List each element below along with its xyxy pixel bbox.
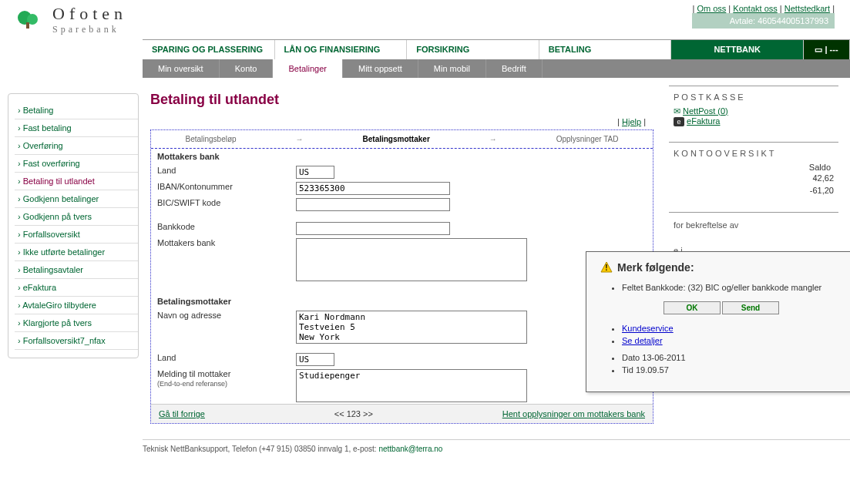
step-2: Betalingsmottaker	[363, 135, 430, 143]
efaktura-link[interactable]: eFaktura	[687, 116, 720, 126]
footer-mail-link[interactable]: nettbank@terra.no	[378, 445, 442, 453]
payment-form: Betalingsbeløp → Betalingsmottaker → Opp…	[150, 129, 653, 424]
tree-icon	[15, 8, 46, 32]
sidebar-item-4[interactable]: Betaling til utlandet	[15, 173, 138, 190]
postkasse-title: POSTKASSE	[674, 92, 834, 102]
content-area: Betaling til utlandet | Hjelp | Betaling…	[139, 78, 665, 432]
konto-row: -61,20	[674, 184, 834, 197]
iban-input[interactable]	[296, 182, 450, 195]
navn-input[interactable]	[296, 311, 527, 344]
subtab-oversikt[interactable]: Min oversikt	[143, 59, 220, 78]
sidebar-item-7[interactable]: Forfallsoversikt	[15, 226, 138, 244]
header-links: | Om oss | Kontakt oss | Nettstedkart |	[692, 4, 835, 13]
main-nav: SPARING OG PLASSERING LÅN OG FINANSIERIN…	[143, 39, 850, 59]
land2-input[interactable]	[296, 353, 334, 366]
step-1: Betalingsbeløp	[185, 135, 236, 143]
se-detaljer-link[interactable]: Se detaljer	[622, 336, 663, 345]
kundeservice-link[interactable]: Kundeservice	[622, 324, 674, 333]
subtab-betalinger[interactable]: Betalinger	[273, 59, 343, 78]
section-betalingsmottaker: Betalingsmottaker	[151, 294, 653, 309]
tab-nettbank[interactable]: NETTBANK	[671, 40, 804, 59]
page-title: Betaling til utlandet	[150, 92, 653, 108]
modal-error-msg: Feltet Bankkode: (32) BIC og/eller bankk…	[622, 281, 842, 294]
avtale-info: Avtale: 460544005137993	[692, 13, 835, 29]
sidebar-item-8[interactable]: Ikke utførte betalinger	[15, 244, 138, 261]
sidebar-item-6[interactable]: Godkjenn på tvers	[15, 208, 138, 226]
sidebar-item-13[interactable]: Forfallsoversikt7_nfax	[15, 332, 138, 350]
tab-sparing[interactable]: SPARING OG PLASSERING	[143, 40, 275, 59]
sidebar-item-10[interactable]: eFaktura	[15, 279, 138, 297]
warning-modal: ! Merk følgende: Feltet Bankkode: (32) B…	[586, 251, 850, 392]
sidebar: BetalingFast betalingOverføringFast over…	[8, 93, 139, 358]
mail-icon: ✉	[674, 106, 680, 116]
subtab-mobil[interactable]: Min mobil	[418, 59, 486, 78]
bankkode-input[interactable]	[296, 222, 450, 235]
sidebar-item-3[interactable]: Fast overføring	[15, 155, 138, 173]
modal-tid: Tid 19.09.57	[622, 364, 842, 376]
sidebar-item-12[interactable]: Klargjorte på tvers	[15, 314, 138, 332]
pager: << 123 >>	[205, 409, 502, 418]
send-button[interactable]: Send	[722, 301, 779, 314]
prev-link[interactable]: Gå til forrige	[159, 409, 205, 418]
sub-nav: Min oversikt Konto Betalinger Mitt oppse…	[143, 59, 850, 78]
tab-flag-icon[interactable]: ▭ | ---	[804, 40, 850, 59]
tab-betaling[interactable]: BETALING	[539, 40, 672, 59]
sidebar-item-0[interactable]: Betaling	[15, 102, 138, 119]
link-om-oss[interactable]: Om oss	[697, 4, 726, 13]
subtab-konto[interactable]: Konto	[220, 59, 274, 78]
link-kontakt[interactable]: Kontakt oss	[733, 4, 777, 13]
land-input[interactable]	[296, 166, 334, 179]
sidebar-item-9[interactable]: Betalingsavtaler	[15, 261, 138, 279]
section-mottakers-bank: Mottakers bank	[151, 149, 653, 164]
link-nettstedkart[interactable]: Nettstedkart	[784, 4, 830, 13]
svg-rect-2	[26, 22, 29, 29]
svg-text:!: !	[605, 264, 607, 272]
konto-row: 42,62	[674, 172, 834, 184]
melding-input[interactable]	[296, 369, 527, 402]
konto-head-saldo: Saldo	[674, 163, 834, 172]
modal-dato: Dato 13-06-2011	[622, 351, 842, 364]
bic-input[interactable]	[296, 198, 450, 211]
sidebar-item-2[interactable]: Overføring	[15, 137, 138, 155]
subtab-oppsett[interactable]: Mitt oppsett	[343, 59, 418, 78]
arrow-icon: →	[296, 135, 304, 143]
tab-laan[interactable]: LÅN OG FINANSIERING	[275, 40, 408, 59]
bank-logo: Ofoten Sparebank	[15, 4, 127, 35]
footer: Teknisk NettBanksupport, Telefon (+47 91…	[143, 439, 850, 458]
ok-button[interactable]: OK	[664, 301, 721, 314]
nettpost-link[interactable]: NettPost (0)	[683, 106, 728, 116]
sidebar-item-11[interactable]: AvtaleGiro tilbydere	[15, 297, 138, 314]
warning-icon: !	[600, 261, 613, 274]
arrow-icon: →	[489, 135, 497, 143]
sidebar-item-1[interactable]: Fast betaling	[15, 119, 138, 137]
sidebar-item-5[interactable]: Godkjenn betalinger	[15, 190, 138, 208]
efaktura-icon: e	[674, 117, 684, 126]
step-3: Opplysninger TAD	[556, 135, 619, 143]
fetch-bank-link[interactable]: Hent opplysninger om mottakers bank	[502, 409, 645, 418]
kontooversikt-title: KONTOOVERSIKT	[674, 149, 834, 158]
hjelp-link[interactable]: Hjelp	[622, 117, 641, 126]
tab-forsikring[interactable]: FORSIKRING	[407, 40, 539, 59]
subtab-bedrift[interactable]: Bedrift	[486, 59, 543, 78]
mottakers-bank-input[interactable]	[296, 238, 527, 281]
